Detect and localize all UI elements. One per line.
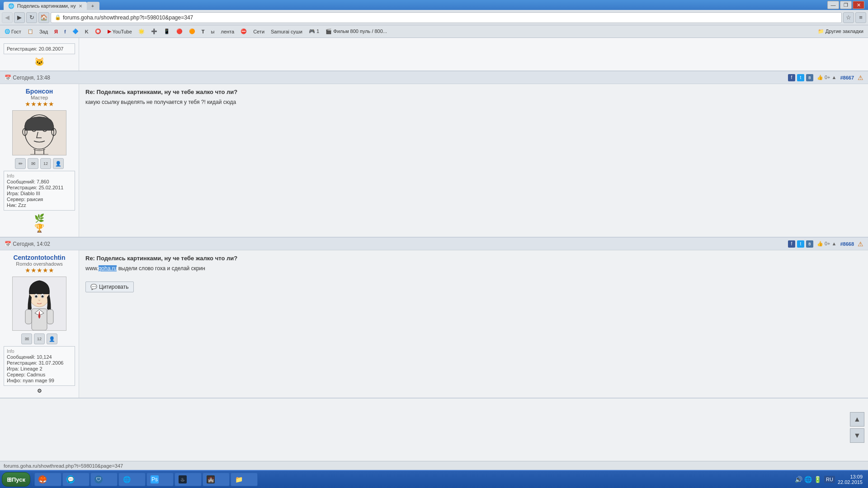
taskbar-icon-game2[interactable]: 🏰 [203, 473, 230, 486]
bookmark-gost[interactable]: 🌐 Гост [2, 27, 24, 37]
language-indicator[interactable]: RU [824, 476, 835, 483]
post-bronson-content: Re: Поделись картинками, ну че тебе жалк… [79, 84, 868, 237]
bookmark-ya[interactable]: Я [52, 27, 61, 37]
date-display: 22.02.2015 [838, 479, 863, 485]
bookmark-9[interactable]: 🌟 [136, 27, 147, 37]
avatar-drawing [14, 112, 64, 155]
pm-icon[interactable]: ✉ [28, 158, 38, 169]
highlighted-link[interactable]: goha.ru [99, 265, 117, 272]
posts-icon-2[interactable]: 12 [34, 333, 45, 344]
clock: 13:09 22.02.2015 [838, 474, 863, 485]
home-button[interactable]: 🏠 [38, 12, 49, 23]
messages-line-2: Сообщений: 10,124 [7, 354, 72, 360]
badge2: 🏆 [4, 223, 75, 233]
warning-icon-2[interactable]: ⚠ [858, 240, 863, 248]
posts-icon[interactable]: 12 [40, 158, 51, 169]
bookmark-opera[interactable]: ⭕ [92, 27, 104, 37]
bookmark-red[interactable]: 🔴 [174, 27, 185, 37]
bookmark-11[interactable]: 📱 [161, 27, 173, 37]
calendar-icon: 📅 [5, 75, 11, 81]
post-number-2[interactable]: #8668 [840, 241, 854, 247]
vk-share-2[interactable]: в [806, 240, 813, 248]
post-centz-main: Re: Поделись картинками, ну че тебе жалк… [79, 250, 868, 398]
status-url: forums.goha.ru/showthread.php?t=598010&p… [4, 463, 123, 469]
profile-icon-2[interactable]: 👤 [47, 333, 57, 344]
tab-area: 🌐 Поделись картинками, ну ✕ + [4, 0, 99, 10]
messages-line: Сообщений: 7,860 [7, 179, 72, 184]
scroll-down-button[interactable]: ▼ [850, 428, 864, 443]
bookmark-4[interactable]: f [61, 27, 69, 37]
taskbar-icon-folder[interactable]: 📁 [231, 473, 258, 486]
bookmark-k[interactable]: K [82, 27, 91, 37]
server-line-2: Сервер: Cadmus [7, 372, 72, 377]
info-label: Info [7, 174, 72, 178]
tray-icon-3: 🔋 [814, 476, 821, 483]
active-tab[interactable]: 🌐 Поделись картинками, ну ✕ [4, 2, 87, 10]
minimize-button[interactable]: — [827, 1, 839, 9]
avatar-girl-drawing [19, 277, 60, 330]
taskbar-icon-chrome[interactable]: 🌐 [118, 473, 146, 486]
bookmark-youtube[interactable]: ▶ YouTube [105, 27, 135, 37]
username-bronson[interactable]: Бронсон [4, 88, 75, 95]
post-number-1[interactable]: #8667 [840, 75, 854, 80]
bookmark-film[interactable]: 🎬 Фильм 800 пуль / 800... [323, 27, 390, 37]
taskbar-icon-ps[interactable]: Ps [146, 473, 174, 486]
bottom-icon-centz: ⚙ [4, 388, 75, 394]
twitter-share-1[interactable]: t [797, 74, 804, 81]
pm-icon-2[interactable]: ✉ [21, 333, 32, 344]
bookmark-seti-block[interactable]: ⛔ [238, 27, 250, 37]
rank-bronson: Мастер [4, 95, 75, 100]
bookmark-label: Гост [11, 29, 21, 34]
start-button[interactable]: ⊞ Пуск [2, 472, 30, 487]
cite-button[interactable]: 💬 Цитировать [85, 282, 134, 292]
partial-post: Регистрация: 20.08.2007 🐱 [0, 38, 868, 71]
warning-icon-1[interactable]: ⚠ [858, 74, 863, 81]
taskbar-icon-skype[interactable]: 💬 [62, 473, 90, 486]
bookmark-y[interactable]: ы [208, 27, 217, 37]
tray-icon-2: 🌐 [804, 476, 812, 483]
vk-share-1[interactable]: в [806, 74, 813, 81]
profile-icon[interactable]: 👤 [53, 158, 64, 169]
close-button[interactable]: ✕ [853, 1, 864, 9]
info-box-centz: Info Сообщений: 10,124 Регистрация: 31.0… [4, 346, 75, 386]
facebook-share-2[interactable]: f [788, 240, 795, 248]
taskbar-icon-firefox[interactable]: 🦊 [34, 473, 61, 486]
taskbar-icon-3[interactable]: 🛡 [90, 473, 118, 486]
bookmarks-star[interactable]: ☆ [843, 12, 854, 23]
twitter-share-2[interactable]: t [797, 240, 804, 248]
tab-title: Поделись картинками, ну [17, 3, 76, 9]
bookmark-t[interactable]: Т [199, 27, 208, 37]
back-button[interactable]: ◀ [2, 12, 13, 23]
reload-button[interactable]: ↻ [26, 12, 37, 23]
bookmark-samurai[interactable]: Samurai суши [268, 27, 305, 37]
new-tab-button[interactable]: + [87, 2, 99, 10]
taskbar-icon-steam[interactable]: ♨ [175, 473, 202, 486]
partial-post-main [79, 38, 868, 70]
menu-button[interactable]: ≡ [855, 12, 866, 23]
address-bar[interactable]: 🔒 forums.goha.ru/showthread.php?t=598010… [51, 12, 842, 23]
edit-icon[interactable]: ✏ [15, 158, 26, 169]
forward-button[interactable]: ▶ [14, 12, 25, 23]
bookmark-10[interactable]: ➕ [148, 27, 160, 37]
username-centz[interactable]: Centzontotochtin [4, 254, 75, 261]
bookmark-lenta[interactable]: лента [218, 27, 237, 37]
content-area: Регистрация: 20.08.2007 🐱 📅 [0, 38, 868, 461]
svg-rect-16 [47, 310, 53, 324]
bookmark-other[interactable]: 📁 Другие закладки [815, 27, 866, 37]
badge-top: 🐱 [4, 57, 75, 67]
bookmark-2[interactable]: 📋 [25, 27, 36, 37]
info-box-bronson: Info Сообщений: 7,860 Регистрация: 25.02… [4, 171, 75, 211]
text-prefix: www. [85, 265, 99, 272]
restore-button[interactable]: ❐ [840, 1, 852, 9]
post-centz-sidebar: Centzontotochtin Romdo overshadows ★★★★★ [0, 250, 79, 398]
bookmark-orange[interactable]: 🟠 [186, 27, 198, 37]
bookmark-game[interactable]: 🎮 1 [306, 27, 322, 37]
tab-close-button[interactable]: ✕ [79, 4, 82, 9]
bookmark-5[interactable]: 🔷 [70, 27, 81, 37]
bookmark-seti[interactable]: Сети [250, 27, 267, 37]
badge1: 🌿 [4, 213, 75, 223]
scroll-up-button[interactable]: ▲ [850, 412, 864, 427]
bookmark-zad[interactable]: Зад [37, 27, 51, 37]
facebook-share-1[interactable]: f [788, 74, 795, 81]
post-bronson-sidebar: Бронсон Мастер ★★★★★ [0, 84, 79, 237]
